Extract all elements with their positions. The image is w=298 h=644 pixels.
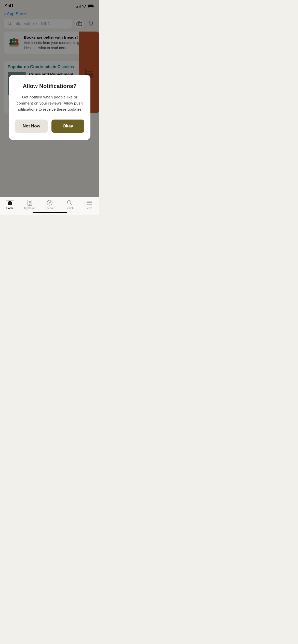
- okay-button[interactable]: Okay: [51, 120, 84, 133]
- tab-mybooks-label: My Books: [24, 207, 35, 210]
- tab-discover[interactable]: Discover: [40, 200, 60, 210]
- svg-rect-20: [9, 203, 11, 205]
- tab-more[interactable]: More: [79, 200, 99, 210]
- tab-home[interactable]: Home: [0, 200, 20, 210]
- more-tab-icon: [86, 200, 92, 206]
- home-indicator: [33, 212, 67, 213]
- home-tab-icon: [7, 200, 13, 206]
- tab-discover-label: Discover: [45, 207, 55, 210]
- not-now-button[interactable]: Not Now: [15, 120, 48, 133]
- tab-search[interactable]: Search: [60, 200, 79, 210]
- svg-point-24: [47, 200, 52, 205]
- mybooks-tab-icon: [27, 200, 33, 206]
- tab-home-label: Home: [6, 207, 13, 210]
- search-tab-icon: [66, 200, 73, 206]
- tab-mybooks[interactable]: My Books: [20, 200, 40, 210]
- svg-line-26: [71, 204, 72, 205]
- modal-buttons: Not Now Okay: [15, 120, 84, 133]
- svg-point-25: [67, 201, 71, 204]
- modal-body: Get notified when people like or comment…: [15, 94, 84, 112]
- notifications-modal: Allow Notifications? Get notified when p…: [9, 75, 90, 140]
- discover-tab-icon: [47, 200, 53, 206]
- tab-more-label: More: [87, 207, 92, 210]
- tab-search-label: Search: [65, 207, 74, 210]
- modal-title: Allow Notifications?: [15, 83, 84, 90]
- active-indicator: [6, 200, 14, 200]
